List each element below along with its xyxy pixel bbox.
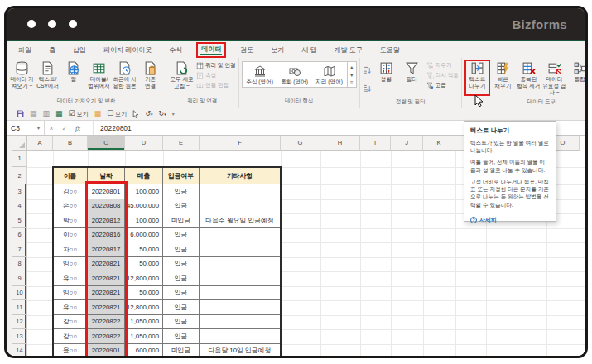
table-cell-r7cB[interactable]: 차○○ [53, 242, 88, 257]
table-cell-r8cC[interactable]: 20220821 [88, 257, 125, 272]
table-cell-r5cF[interactable]: 다음주 월요일 입금예정 [200, 213, 281, 228]
column-header-C[interactable]: C [88, 136, 125, 151]
tab-6[interactable]: 데이터 [196, 42, 226, 58]
table-cell-r9cD[interactable]: 12,800,000 [125, 271, 163, 286]
existing-connections-button[interactable]: 기존 연결 [137, 60, 163, 89]
table-header-3[interactable]: 매출 [125, 167, 163, 184]
table-cell-r4cE[interactable]: 입금 [163, 199, 200, 214]
table-cell-r13cE[interactable]: 입금 [163, 329, 200, 344]
table-cell-r14cD[interactable]: 600,000 [125, 344, 163, 359]
row-header-7[interactable]: 7 [12, 242, 27, 257]
table-cell-r10cF[interactable] [200, 286, 281, 301]
advanced-filter-button[interactable]: 고급 [426, 82, 459, 89]
recent-sources-button[interactable]: 최근에 사 용한 원본 [112, 60, 137, 89]
tab-2[interactable]: 홈 [46, 43, 59, 57]
filter-button[interactable]: 필터 [399, 60, 425, 83]
tab-7[interactable]: 검토 [237, 43, 257, 57]
get-data-button[interactable]: 데이터 가 져오기 ~ [9, 60, 35, 89]
table-cell-r3cD[interactable]: 100,000 [125, 184, 163, 199]
table-cell-r12cC[interactable]: 20220822 [88, 315, 125, 330]
from-web-button[interactable]: 웹 [60, 60, 86, 83]
table-cell-r6cF[interactable] [200, 228, 281, 243]
consolidate-button[interactable]: 통합 [567, 60, 585, 83]
row-header-6[interactable]: 6 [12, 228, 27, 243]
row-header-1[interactable]: 1 [12, 151, 27, 167]
table-cell-r11cD[interactable]: 12,800,000 [125, 300, 163, 315]
tab-1[interactable]: 파일 [15, 43, 35, 57]
table-header-1[interactable]: 이름 [53, 167, 88, 184]
mail-icon[interactable]: ▤ [30, 110, 37, 117]
column-header-I[interactable]: I [360, 136, 391, 151]
reapply-filter-button[interactable]: 다시 적용 [426, 72, 459, 79]
from-table-range-button[interactable]: 테이블/ 범위에서 [86, 60, 112, 89]
table-cell-r5cB[interactable]: 박○○ [53, 213, 88, 228]
table-cell-r5cC[interactable]: 20220812 [88, 213, 125, 228]
row-header-3[interactable]: 3 [12, 184, 27, 199]
window-dot-icon[interactable] [69, 20, 77, 28]
table-cell-r8cF[interactable] [200, 257, 281, 272]
table-header-4[interactable]: 입금여부 [163, 167, 200, 184]
geography-button[interactable]: 지리 (영어) [312, 62, 347, 87]
column-header-A[interactable]: A [27, 136, 53, 151]
tab-3[interactable]: 삽입 [70, 43, 89, 57]
tab-10[interactable]: 개발 도구 [330, 43, 365, 57]
table-cell-r5cD[interactable]: 100,000 [125, 213, 163, 228]
row-header-12[interactable]: 12 [12, 315, 27, 330]
table-cell-r5cE[interactable]: 미입금 [163, 213, 200, 228]
table-cell-r3cE[interactable]: 입금 [163, 184, 200, 199]
window-dot-icon[interactable] [27, 20, 36, 28]
table-cell-r10cC[interactable]: 20220821 [88, 286, 125, 301]
table-cell-r10cE[interactable]: 입금 [163, 286, 200, 301]
tell-me-more-link[interactable]: 자세히 [479, 216, 497, 224]
tab-8[interactable]: 보기 [267, 43, 287, 57]
table-cell-r6cE[interactable]: 입금 [163, 228, 200, 243]
table-cell-r9cF[interactable] [200, 271, 281, 286]
table-cell-r13cB[interactable]: 강○○ [53, 329, 88, 344]
namebox-dropdown-icon[interactable]: ▾ [37, 125, 40, 131]
table-cell-r7cE[interactable]: 입금 [163, 242, 200, 257]
table-cell-r9cC[interactable]: 20220821 [88, 271, 125, 286]
row-header-11[interactable]: 11 [12, 300, 27, 315]
table-cell-r7cC[interactable]: 20220817 [88, 242, 125, 257]
column-header-K[interactable]: K [423, 136, 455, 151]
table-cell-r14cF[interactable]: 다음달 10일 입금예정 [200, 344, 281, 359]
tab-11[interactable]: 도움말 [377, 43, 403, 57]
table-cell-r14cC[interactable]: 20220901 [88, 344, 125, 359]
row-header-5[interactable]: 5 [12, 213, 27, 228]
row-header-4[interactable]: 4 [12, 199, 27, 214]
table-cell-r4cD[interactable]: 45,000,000 [125, 199, 163, 214]
table-cell-r8cB[interactable]: 임○○ [53, 257, 88, 272]
table-cell-r6cD[interactable]: 6,000,000 [125, 228, 163, 243]
gallery-scroll[interactable]: ▴▾≡ [347, 62, 356, 87]
table-cell-r9cB[interactable]: 유○○ [53, 271, 88, 286]
table-cell-r12cD[interactable]: 1,050,000 [125, 315, 163, 330]
redo-icon[interactable]: ↻▾ [158, 110, 166, 117]
table-cell-r14cE[interactable]: 미입금 [163, 344, 200, 359]
remove-duplicates-button[interactable]: 중복된 항목 제거 [516, 60, 541, 89]
select-all-corner[interactable] [12, 136, 27, 151]
table-cell-r6cB[interactable]: 이○○ [53, 228, 88, 243]
table-cell-r13cF[interactable] [200, 329, 281, 344]
undo-icon[interactable]: ↺▾ [145, 110, 152, 117]
sort-asc-button[interactable] [363, 64, 372, 79]
row-header-9[interactable]: 9 [12, 271, 27, 286]
table-cell-r12cB[interactable]: 강○○ [53, 315, 88, 330]
tab-5[interactable]: 수식 [166, 43, 185, 57]
table-cell-r3cF[interactable] [200, 184, 281, 199]
table-header-2[interactable]: 날짜 [88, 167, 125, 184]
qat-overflow-icon[interactable]: ▾ [172, 111, 175, 117]
view-toggle-unchecked[interactable]: ☐보기 [107, 110, 127, 118]
sort-desc-button[interactable] [363, 82, 372, 97]
edit-links-button[interactable]: 연결 편집 [196, 82, 236, 89]
table-cell-r9cE[interactable]: 입금 [163, 271, 200, 286]
refresh-all-button[interactable]: 모두 새로 고침 ~ [169, 60, 195, 89]
workbook-view2-icon[interactable]: ▦ [94, 110, 102, 117]
table-cell-r11cB[interactable]: 유○○ [53, 300, 88, 315]
table-cell-r4cC[interactable]: 20220808 [88, 199, 125, 214]
row-header-2[interactable]: 2 [12, 167, 27, 184]
from-text-csv-button[interactable]: 텍스트/ CSV에서 [35, 60, 60, 89]
column-header-B[interactable]: B [53, 136, 88, 151]
table-cell-r13cD[interactable]: 1,050,000 [125, 329, 163, 344]
clear-filter-button[interactable]: 지우기 [426, 62, 459, 69]
save-icon[interactable] [17, 110, 24, 117]
